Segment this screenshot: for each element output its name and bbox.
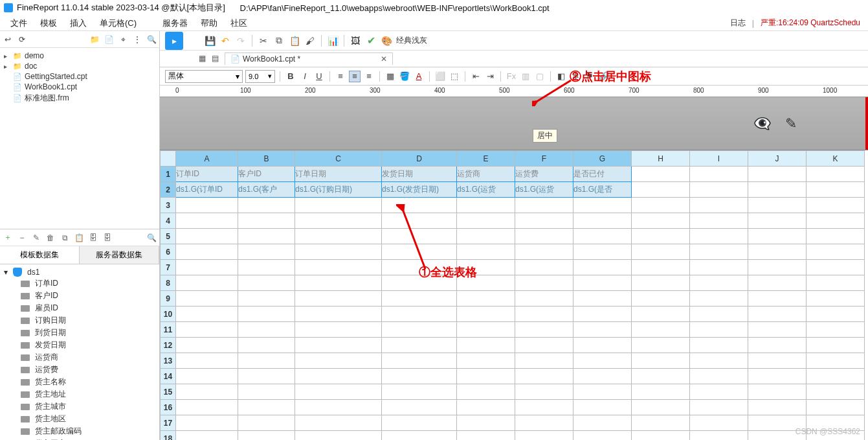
row-header[interactable]: 3: [161, 198, 176, 213]
cell[interactable]: [176, 415, 238, 431]
cut-icon[interactable]: ✂: [258, 35, 269, 47]
cell[interactable]: [690, 322, 748, 338]
cell[interactable]: [690, 307, 748, 322]
cell[interactable]: [690, 229, 748, 244]
cell[interactable]: [457, 198, 515, 213]
delete-ds-icon[interactable]: 🗑: [45, 233, 56, 243]
preview-button[interactable]: ▸: [165, 32, 183, 50]
locate-icon[interactable]: ⌖: [118, 34, 128, 45]
cell[interactable]: [573, 213, 632, 229]
cell[interactable]: [573, 229, 632, 244]
align-center-icon[interactable]: ≡: [349, 71, 361, 82]
cell[interactable]: [382, 244, 457, 260]
cell[interactable]: [807, 400, 865, 415]
cell[interactable]: [457, 275, 515, 291]
cell[interactable]: [515, 384, 573, 400]
cell[interactable]: [573, 369, 632, 384]
cell[interactable]: [238, 400, 295, 415]
row-header[interactable]: 9: [161, 291, 176, 307]
cell[interactable]: [382, 260, 457, 275]
cell[interactable]: [632, 213, 690, 229]
dataset-tree[interactable]: ▾ds1订单ID客户ID雇员ID订购日期到货日期发货日期运货商运货费货主名称货主…: [0, 264, 159, 440]
add-ds-icon[interactable]: ＋: [3, 233, 13, 243]
cell[interactable]: [176, 338, 238, 353]
cell[interactable]: [382, 384, 457, 400]
unmerge-icon[interactable]: ⬚: [449, 71, 460, 82]
cell[interactable]: [632, 384, 690, 400]
cell[interactable]: [632, 369, 690, 384]
cell[interactable]: [690, 384, 748, 400]
cell[interactable]: [176, 369, 238, 384]
row-header[interactable]: 16: [161, 400, 176, 415]
cell[interactable]: [807, 384, 865, 400]
grid-view-icon[interactable]: ▦: [199, 54, 209, 64]
paste-icon[interactable]: 📋: [289, 35, 300, 47]
cell[interactable]: [238, 415, 295, 431]
cell[interactable]: ds1.G(发货日期): [382, 182, 457, 198]
cell[interactable]: [238, 322, 295, 338]
col-header[interactable]: J: [748, 151, 807, 167]
row-header[interactable]: 12: [161, 338, 176, 353]
cell[interactable]: [176, 198, 238, 213]
cell[interactable]: [382, 322, 457, 338]
cell[interactable]: [573, 198, 632, 213]
file-item[interactable]: 📄WorkBook1.cpt: [0, 82, 159, 92]
cell[interactable]: [457, 291, 515, 307]
cell[interactable]: [238, 431, 295, 441]
cell[interactable]: [295, 338, 382, 353]
cell[interactable]: [807, 322, 865, 338]
cell[interactable]: [515, 353, 573, 369]
cell[interactable]: [515, 213, 573, 229]
cell[interactable]: [632, 260, 690, 275]
cell[interactable]: [238, 384, 295, 400]
spreadsheet-grid[interactable]: ABCDEFGHIJK1订单ID客户ID订单日期发货日期运货商运货费是否已付2d…: [160, 150, 868, 440]
cell[interactable]: [515, 291, 573, 307]
cell[interactable]: [748, 167, 807, 182]
cell[interactable]: [690, 415, 748, 431]
cell[interactable]: [748, 275, 807, 291]
cell[interactable]: [690, 338, 748, 353]
ds-field[interactable]: 订单ID: [0, 277, 159, 290]
cell[interactable]: [573, 275, 632, 291]
cell[interactable]: [457, 338, 515, 353]
cell[interactable]: [295, 213, 382, 229]
cell[interactable]: [295, 307, 382, 322]
report-header-area[interactable]: 👁‍🗨 ✎: [160, 97, 868, 150]
cell[interactable]: [807, 198, 865, 213]
cell[interactable]: [632, 229, 690, 244]
file-item[interactable]: ▸📁demo: [0, 51, 159, 61]
cell[interactable]: 订单ID: [176, 167, 238, 182]
cell[interactable]: [382, 369, 457, 384]
cell[interactable]: [238, 229, 295, 244]
italic-button[interactable]: I: [299, 71, 311, 82]
cell[interactable]: [176, 322, 238, 338]
db2-icon[interactable]: 🗄: [102, 233, 113, 243]
cell[interactable]: [457, 244, 515, 260]
cell[interactable]: [238, 338, 295, 353]
cell[interactable]: [176, 275, 238, 291]
cell[interactable]: [238, 198, 295, 213]
merge-icon[interactable]: ⬜: [434, 71, 446, 82]
cell[interactable]: [457, 369, 515, 384]
cell[interactable]: [295, 369, 382, 384]
cell[interactable]: [295, 291, 382, 307]
indent-right-icon[interactable]: ⇥: [484, 71, 496, 82]
cell[interactable]: [457, 260, 515, 275]
cell[interactable]: [238, 260, 295, 275]
edit-icon[interactable]: ✎: [785, 115, 797, 132]
cell[interactable]: [238, 291, 295, 307]
cell[interactable]: [573, 384, 632, 400]
cell[interactable]: [515, 431, 573, 441]
cell[interactable]: [382, 198, 457, 213]
cell[interactable]: [295, 275, 382, 291]
cell[interactable]: [515, 275, 573, 291]
cell[interactable]: [573, 322, 632, 338]
options-icon[interactable]: ⋮: [132, 34, 142, 45]
col-header[interactable]: K: [807, 151, 865, 167]
cell[interactable]: ds1.G(订单ID: [176, 182, 238, 198]
cell[interactable]: [573, 291, 632, 307]
visibility-icon[interactable]: 👁‍🗨: [753, 115, 771, 132]
cell[interactable]: [748, 229, 807, 244]
bold-button[interactable]: B: [285, 71, 296, 82]
cell[interactable]: [457, 353, 515, 369]
